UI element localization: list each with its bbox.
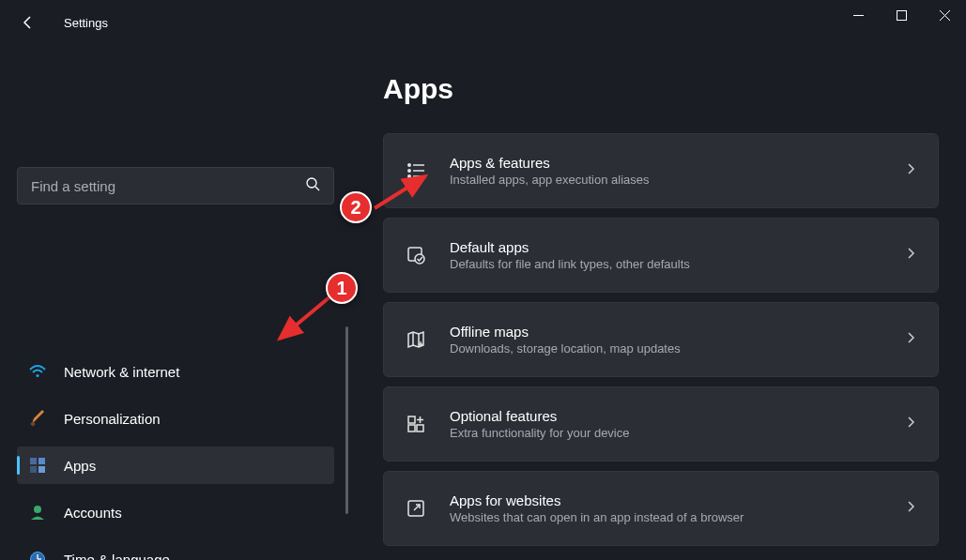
chevron-right-icon xyxy=(904,500,917,517)
chevron-right-icon xyxy=(904,162,917,179)
sidebar-item-label: Personalization xyxy=(64,411,161,427)
search-box[interactable] xyxy=(17,167,334,204)
svg-rect-9 xyxy=(38,466,45,473)
minimize-icon xyxy=(853,10,864,21)
svg-rect-30 xyxy=(408,425,415,431)
page-title: Apps xyxy=(383,73,939,105)
card-subtitle: Extra functionality for your device xyxy=(450,426,904,440)
svg-point-26 xyxy=(415,254,424,264)
annotation-marker-1: 1 xyxy=(326,272,358,304)
maximize-button[interactable] xyxy=(880,0,923,30)
card-list: Apps & features Installed apps, app exec… xyxy=(383,133,939,546)
card-title: Default apps xyxy=(450,239,904,255)
card-optional-features[interactable]: Optional features Extra functionality fo… xyxy=(383,386,939,462)
card-apps-for-websites[interactable]: Apps for websites Websites that can open… xyxy=(383,471,939,546)
sidebar-item-network[interactable]: Network & internet xyxy=(17,353,334,390)
app-title: Settings xyxy=(64,16,108,30)
sidebar-scrollbar[interactable] xyxy=(345,326,348,514)
wifi-icon xyxy=(28,362,47,381)
card-default-apps[interactable]: Default apps Defaults for file and link … xyxy=(383,218,939,293)
search-icon xyxy=(305,176,320,195)
svg-rect-7 xyxy=(38,458,45,464)
clock-globe-icon xyxy=(28,550,47,560)
card-title: Offline maps xyxy=(450,324,904,340)
card-title: Apps & features xyxy=(450,155,904,171)
open-external-icon xyxy=(405,497,427,520)
nav: Network & internet Personalization Apps … xyxy=(17,353,332,560)
svg-rect-1 xyxy=(897,10,906,20)
svg-point-21 xyxy=(408,170,410,172)
sidebar: Network & internet Personalization Apps … xyxy=(0,45,347,560)
map-icon xyxy=(405,328,427,351)
svg-point-2 xyxy=(307,178,316,188)
back-button[interactable] xyxy=(19,13,38,32)
main-area: Apps Apps & features Installed apps, app… xyxy=(347,45,966,560)
annotation-marker-2: 2 xyxy=(340,191,372,223)
person-icon xyxy=(28,503,47,522)
sidebar-item-label: Time & language xyxy=(64,552,170,561)
card-subtitle: Downloads, storage location, map updates xyxy=(450,341,904,356)
search-input[interactable] xyxy=(31,178,305,194)
card-apps-features[interactable]: Apps & features Installed apps, app exec… xyxy=(383,133,939,208)
apps-icon xyxy=(28,456,47,475)
sidebar-item-apps[interactable]: Apps xyxy=(17,446,334,484)
sidebar-item-label: Apps xyxy=(64,458,96,474)
sidebar-item-label: Accounts xyxy=(64,505,122,521)
card-subtitle: Defaults for file and link types, other … xyxy=(450,257,904,271)
sidebar-item-accounts[interactable]: Accounts xyxy=(17,493,334,531)
svg-rect-6 xyxy=(30,458,37,464)
card-title: Optional features xyxy=(450,408,904,424)
card-offline-maps[interactable]: Offline maps Downloads, storage location… xyxy=(383,302,939,377)
svg-rect-8 xyxy=(30,466,37,473)
svg-point-19 xyxy=(408,164,410,166)
sidebar-item-time-language[interactable]: Time & language xyxy=(17,540,334,560)
card-subtitle: Installed apps, app execution aliases xyxy=(450,173,904,187)
svg-rect-29 xyxy=(408,416,415,423)
maximize-icon xyxy=(897,10,907,21)
svg-point-23 xyxy=(408,175,410,177)
arrow-left-icon xyxy=(21,15,36,30)
svg-point-4 xyxy=(36,374,38,377)
close-button[interactable] xyxy=(923,0,966,30)
svg-line-3 xyxy=(315,187,319,190)
list-icon xyxy=(405,159,427,182)
svg-rect-31 xyxy=(417,425,423,431)
chevron-right-icon xyxy=(904,331,917,348)
svg-rect-5 xyxy=(30,421,36,427)
card-title: Apps for websites xyxy=(450,492,904,508)
chevron-right-icon xyxy=(904,247,917,264)
titlebar: Settings xyxy=(0,0,966,45)
window-controls xyxy=(836,0,966,30)
brush-icon xyxy=(28,409,47,428)
card-subtitle: Websites that can open in an app instead… xyxy=(450,510,904,524)
sidebar-item-personalization[interactable]: Personalization xyxy=(17,400,334,437)
minimize-button[interactable] xyxy=(836,0,880,30)
grid-plus-icon xyxy=(405,413,427,435)
svg-point-10 xyxy=(34,506,41,513)
close-icon xyxy=(940,10,950,21)
chevron-right-icon xyxy=(904,416,917,432)
sidebar-item-label: Network & internet xyxy=(64,364,179,380)
default-apps-icon xyxy=(405,244,427,266)
